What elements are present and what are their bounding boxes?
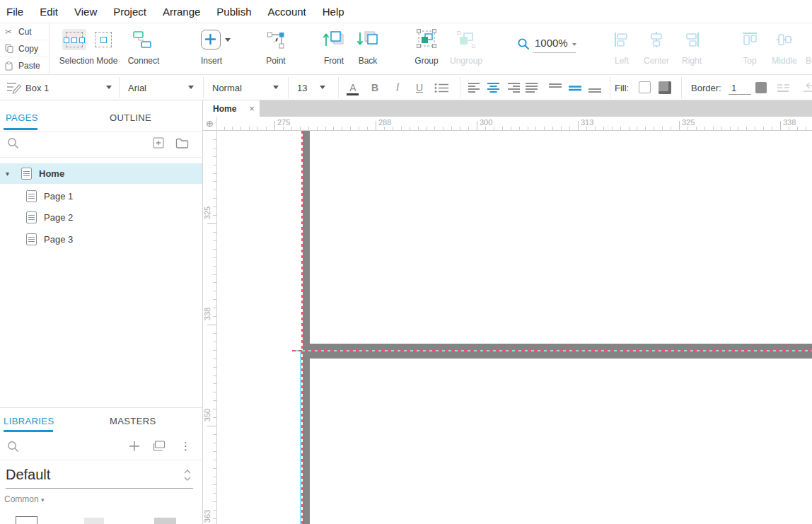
fill-label: Fill: (615, 83, 629, 93)
library-search-icon[interactable] (7, 441, 19, 453)
tab-libraries[interactable]: LIBRARIES (4, 416, 54, 426)
point-button[interactable] (266, 30, 286, 50)
v-ruler-label: 325 (203, 202, 211, 223)
page-tree-item-page3[interactable]: Page 3 (0, 228, 202, 250)
text-align-right-icon[interactable] (506, 82, 521, 93)
paste-label: Paste (18, 61, 40, 71)
design-canvas[interactable] (217, 131, 812, 524)
text-align-justify-icon[interactable] (525, 82, 539, 93)
h-ruler-label: 275 (277, 118, 290, 127)
bullet-list-icon[interactable] (434, 83, 450, 93)
library-select[interactable]: Default (6, 467, 50, 483)
library-section-header[interactable]: Common ▾ (4, 494, 45, 504)
zoom-level-input[interactable]: 1000% (535, 37, 568, 49)
font-size-caret-icon[interactable] (320, 86, 325, 89)
ruler-origin-icon[interactable]: ⊕ (203, 117, 217, 131)
widget-thumb-box2[interactable] (84, 518, 104, 524)
ungroup-label: Ungroup (441, 56, 492, 66)
font-color-button[interactable]: A (346, 81, 360, 95)
text-align-left-icon[interactable] (468, 82, 482, 93)
font-weight-caret-icon[interactable] (273, 86, 279, 89)
widget-style-select[interactable]: Box 1 (25, 83, 49, 93)
add-folder-icon[interactable] (175, 137, 189, 149)
widget-thumb-box3[interactable] (154, 518, 176, 524)
menu-help[interactable]: Help (323, 6, 344, 18)
paste-button[interactable]: Paste (0, 57, 49, 74)
add-page-icon[interactable] (153, 137, 164, 149)
align-top-icon (741, 30, 759, 49)
fill-none-swatch[interactable] (639, 81, 651, 93)
page-tab-home[interactable]: Home × (203, 100, 260, 117)
page-search-icon[interactable] (7, 137, 19, 149)
axure-window: File Edit View Project Arrange Publish A… (0, 0, 812, 524)
v-ruler-label: 338 (203, 303, 211, 325)
library-more-icon[interactable]: ⋮ (180, 440, 191, 453)
back-button[interactable] (356, 29, 379, 50)
zoom-caret-icon[interactable] (572, 43, 576, 46)
underline-button[interactable]: U (412, 81, 427, 95)
widget-style-caret-icon[interactable] (106, 86, 112, 89)
cut-button[interactable]: ✂ Cut (0, 23, 49, 40)
insert-label: Insert (190, 56, 233, 66)
italic-button[interactable]: I (390, 81, 405, 95)
clipboard-group: ✂ Cut Copy Paste (0, 23, 50, 76)
widget-thumb-box1[interactable] (16, 516, 37, 524)
paste-icon (5, 62, 14, 71)
font-size-select[interactable]: 13 (297, 83, 307, 93)
align-left-icon (613, 30, 631, 49)
menu-arrange[interactable]: Arrange (163, 6, 200, 18)
group-button[interactable] (416, 29, 437, 49)
tab-masters[interactable]: MASTERS (110, 416, 156, 426)
menu-view[interactable]: View (74, 6, 97, 18)
menu-publish[interactable]: Publish (216, 6, 251, 18)
expander-icon[interactable]: ▾ (6, 170, 14, 177)
valign-middle-icon[interactable] (567, 83, 583, 93)
text-align-center-icon[interactable] (487, 82, 501, 93)
valign-top-icon[interactable] (547, 83, 563, 93)
page-tree-label: Home (39, 168, 64, 179)
scissors-icon: ✂ (5, 27, 14, 37)
add-library-icon[interactable] (128, 440, 141, 453)
insert-button[interactable] (201, 30, 221, 50)
insert-caret-icon[interactable] (225, 38, 231, 42)
edit-style-icon[interactable] (6, 81, 22, 94)
tab-outline[interactable]: OUTLINE (110, 112, 151, 123)
menu-edit[interactable]: Edit (40, 6, 58, 18)
page-tree-item-home[interactable]: ▾ Home (0, 163, 202, 184)
copy-icon (5, 44, 14, 53)
section-label: Common (4, 494, 39, 504)
page-tree-item-page1[interactable]: Page 1 (0, 185, 202, 206)
valign-bottom-icon[interactable] (587, 83, 603, 93)
border-color-swatch[interactable] (755, 82, 767, 93)
h-ruler-label: 338 (783, 118, 796, 127)
h-ruler-label: 313 (581, 118, 593, 127)
pages-tab-underline (4, 128, 37, 130)
menu-file[interactable]: File (6, 6, 23, 18)
front-button[interactable] (323, 29, 345, 50)
selection-mode-contain-button[interactable] (93, 30, 113, 49)
border-width-input[interactable]: 1 (731, 83, 736, 93)
ungroup-button (456, 30, 477, 50)
menu-bar: File Edit View Project Arrange Publish A… (0, 0, 812, 23)
bold-button[interactable]: B (368, 81, 382, 95)
connect-button[interactable] (132, 30, 156, 50)
selection-mode-intersect-button[interactable] (62, 29, 86, 50)
align-middle-label: Middle (766, 56, 803, 66)
library-select-chevrons-icon[interactable] (182, 468, 192, 482)
page-tree-label: Page 2 (44, 212, 73, 223)
page-tab-bar: Home × (203, 100, 812, 117)
font-family-select[interactable]: Arial (128, 83, 146, 93)
library-stack-icon[interactable] (152, 441, 166, 452)
align-right-icon (683, 30, 701, 49)
h-ruler: 275 288 300 313 325 338 (217, 117, 812, 131)
tab-pages[interactable]: PAGES (6, 112, 38, 123)
fill-color-swatch[interactable] (659, 81, 671, 94)
menu-project[interactable]: Project (113, 6, 146, 18)
font-weight-select[interactable]: Normal (212, 83, 242, 93)
page-tree-item-page2[interactable]: Page 2 (0, 206, 202, 228)
font-family-caret-icon[interactable] (188, 86, 194, 89)
widget-vertical-edge[interactable] (303, 131, 310, 524)
menu-account[interactable]: Account (268, 6, 306, 18)
close-tab-icon[interactable]: × (249, 103, 255, 114)
copy-button[interactable]: Copy (0, 40, 49, 57)
